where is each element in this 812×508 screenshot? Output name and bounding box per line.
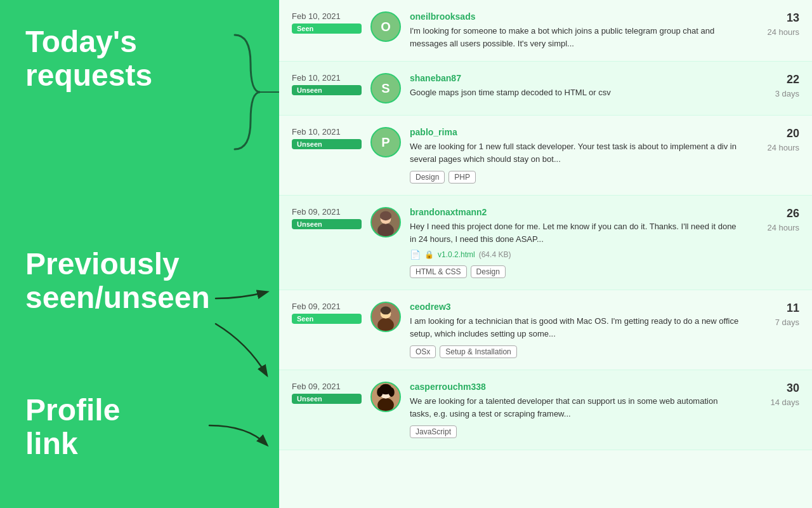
request-meta: Feb 10, 2021 Unseen (292, 127, 362, 149)
request-item: Feb 10, 2021 Unseen S shaneban87 Google … (279, 62, 812, 116)
username-link[interactable]: shaneban87 (410, 73, 740, 83)
request-date: Feb 09, 2021 (292, 207, 362, 217)
profile-line2: link (25, 427, 120, 461)
tag-list: HTML & CSSDesign (410, 265, 740, 278)
requests-list: Feb 10, 2021 Seen O oneilbrooksads I'm l… (279, 0, 812, 508)
request-date: Feb 09, 2021 (292, 382, 362, 391)
today-line1: Today's (25, 25, 152, 59)
request-time: 3 days (775, 89, 799, 98)
status-badge: Unseen (292, 85, 362, 95)
request-date: Feb 09, 2021 (292, 302, 362, 311)
profile-link-label: Profile link (25, 394, 120, 461)
request-meta: Feb 10, 2021 Unseen (292, 73, 362, 95)
status-badge: Unseen (292, 139, 362, 149)
request-text: We are looking for 1 new full stack deve… (410, 140, 740, 165)
request-text: I'm looking for someone to make a bot wh… (410, 25, 740, 50)
request-meta: Feb 10, 2021 Seen (292, 11, 362, 34)
attachment-size: (64.4 KB) (479, 250, 511, 259)
request-time: 7 days (775, 318, 799, 327)
username-link[interactable]: oneilbrooksads (410, 11, 740, 22)
request-count: 13 (787, 11, 799, 25)
previously-line1: Previously (25, 248, 210, 281)
request-time: 14 days (770, 398, 799, 407)
request-content: pablo_rima We are looking for 1 new full… (410, 127, 740, 184)
tag-list: DesignPHP (410, 171, 740, 184)
status-badge: Seen (292, 23, 362, 34)
today-requests-label: Today's requests (25, 25, 152, 93)
svg-point-16 (377, 387, 383, 397)
request-item: Feb 10, 2021 Unseen P pablo_rima We are … (279, 116, 812, 196)
request-content: casperrouchm338 We are looking for a tal… (410, 382, 740, 438)
request-stats: 22 3 days (749, 73, 799, 98)
request-item: Feb 09, 2021 Seen ceodrew3 I am looking … (279, 290, 812, 370)
request-text: We are looking for a talented developer … (410, 395, 740, 420)
previously-label: Previously seen/unseen (25, 248, 210, 315)
request-text: Google maps json time stamp decoded to H… (410, 86, 740, 99)
status-badge: Unseen (292, 394, 362, 404)
request-time: 24 hours (767, 27, 799, 37)
request-item: Feb 09, 2021 Unseen brandonaxtmann2 Hey … (279, 196, 812, 290)
tag: Setup & Installation (440, 345, 516, 358)
svg-point-13 (377, 398, 394, 412)
request-text: Hey I need this project done for me. Let… (410, 220, 740, 245)
request-count: 11 (787, 302, 799, 315)
svg-point-3 (377, 224, 394, 237)
request-count: 22 (787, 73, 799, 86)
profile-line1: Profile (25, 394, 120, 427)
request-stats: 26 24 hours (749, 207, 799, 232)
tag: Design (410, 171, 445, 184)
request-date: Feb 10, 2021 (292, 11, 362, 21)
tag: PHP (449, 171, 476, 184)
attachment-icon2: 🔒 (424, 250, 434, 259)
status-badge: Unseen (292, 219, 362, 229)
request-content: shaneban87 Google maps json time stamp d… (410, 73, 740, 99)
request-date: Feb 10, 2021 (292, 73, 362, 83)
attachment-name: v1.0.2.html (438, 250, 475, 259)
request-count: 26 (787, 207, 799, 220)
tag: JavaScript (410, 425, 457, 438)
file-icon: 📄 (410, 250, 421, 260)
request-count: 30 (787, 382, 799, 395)
tag: Design (471, 265, 506, 278)
request-count: 20 (787, 127, 799, 140)
request-stats: 20 24 hours (749, 127, 799, 152)
svg-point-17 (389, 387, 395, 397)
request-stats: 13 24 hours (749, 11, 799, 37)
request-meta: Feb 09, 2021 Unseen (292, 207, 362, 229)
request-content: ceodrew3 I am looking for a technician t… (410, 302, 740, 358)
request-text: I am looking for a technician that is go… (410, 315, 740, 340)
request-item: Feb 09, 2021 Unseen casperrouchm338 We a… (279, 370, 812, 450)
svg-point-5 (380, 211, 391, 221)
username-link[interactable]: brandonaxtmann2 (410, 207, 740, 217)
request-date: Feb 10, 2021 (292, 127, 362, 137)
svg-point-8 (377, 318, 394, 332)
username-link[interactable]: pablo_rima (410, 127, 740, 137)
left-panel: Today's requests Previously seen/unseen … (0, 0, 279, 508)
request-stats: 30 14 days (749, 382, 799, 407)
tag: OSx (410, 345, 436, 358)
svg-point-10 (381, 307, 391, 315)
previously-line2: seen/unseen (25, 281, 210, 315)
request-stats: 11 7 days (749, 302, 799, 327)
tag-list: OSxSetup & Installation (410, 345, 740, 358)
request-item: Feb 10, 2021 Seen O oneilbrooksads I'm l… (279, 0, 812, 62)
tag-list: JavaScript (410, 425, 740, 438)
tag: HTML & CSS (410, 265, 467, 278)
request-time: 24 hours (767, 143, 799, 152)
username-link[interactable]: casperrouchm338 (410, 382, 740, 392)
status-badge: Seen (292, 314, 362, 324)
request-content: oneilbrooksads I'm looking for someone t… (410, 11, 740, 50)
today-line2: requests (25, 59, 152, 93)
username-link[interactable]: ceodrew3 (410, 302, 740, 312)
request-meta: Feb 09, 2021 Seen (292, 302, 362, 324)
attachment: 📄 🔒 v1.0.2.html (64.4 KB) (410, 250, 740, 260)
request-content: brandonaxtmann2 Hey I need this project … (410, 207, 740, 278)
request-time: 24 hours (767, 223, 799, 232)
request-meta: Feb 09, 2021 Unseen (292, 382, 362, 404)
